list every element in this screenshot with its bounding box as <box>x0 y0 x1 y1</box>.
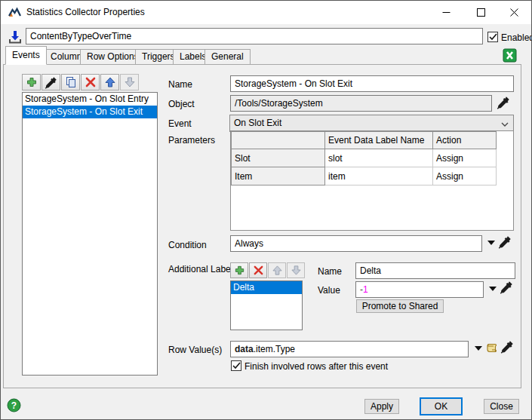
sample-event-button[interactable] <box>42 74 60 90</box>
row-values-input[interactable]: data.item.Type <box>230 341 469 357</box>
object-input[interactable] <box>230 95 492 112</box>
row-values-label: Row Value(s) <box>168 345 222 355</box>
event-label: Event <box>168 118 192 129</box>
title-bar: Statistics Collector Properties <box>1 1 531 24</box>
arrow-down-icon <box>124 76 136 88</box>
cell-slot-label[interactable]: slot <box>325 149 433 167</box>
cell-slot-action[interactable]: Assign <box>433 149 497 167</box>
row-values-code-button[interactable] <box>485 342 498 357</box>
finish-rows-checkbox[interactable] <box>231 360 241 371</box>
flexsim-logo-icon <box>8 7 21 19</box>
value-sampler-button[interactable] <box>500 281 513 296</box>
additional-labels-label: Additional Labels <box>168 264 237 274</box>
row-values-dropdown-button[interactable] <box>475 346 482 351</box>
eyedropper-icon <box>497 96 510 109</box>
row-values-expression: .item.Type <box>254 344 295 354</box>
help-button[interactable]: ? <box>7 398 21 412</box>
additional-labels-listbox[interactable]: Delta <box>230 281 303 330</box>
move-event-up-button[interactable] <box>100 74 119 90</box>
maximize-button[interactable] <box>463 1 498 24</box>
header-cell-event-data-label: Event Data Label Name <box>325 132 433 149</box>
close-button[interactable] <box>497 1 531 24</box>
export-to-excel-button[interactable] <box>501 47 518 63</box>
eyedropper-icon <box>500 281 513 294</box>
arrow-down-icon <box>291 265 302 276</box>
minimize-button[interactable] <box>429 1 463 24</box>
event-name-input[interactable] <box>230 75 514 92</box>
import-name-button[interactable] <box>7 29 23 45</box>
label-name-label: Name <box>318 266 342 277</box>
excel-icon <box>503 48 517 63</box>
code-scroll-icon <box>485 342 498 354</box>
duplicate-event-button[interactable] <box>61 74 80 90</box>
plus-icon <box>26 76 38 88</box>
condition-sampler-button[interactable] <box>498 235 512 251</box>
window-title: Statistics Collector Properties <box>26 1 145 24</box>
condition-dropdown-button[interactable] <box>487 241 495 245</box>
delete-event-button[interactable] <box>81 74 100 90</box>
delete-x-icon <box>85 76 97 88</box>
header-cell-action: Action <box>433 132 497 149</box>
delete-label-button[interactable] <box>249 262 267 278</box>
arrow-up-icon <box>104 76 116 88</box>
event-combobox-value: On Slot Exit <box>234 118 281 128</box>
cell-item-label[interactable]: item <box>325 167 433 185</box>
label-name-input[interactable] <box>355 262 515 279</box>
label-value-input[interactable]: -1 <box>355 281 484 298</box>
event-list-item-selected[interactable]: StorageSystem - On Slot Exit <box>23 106 157 118</box>
ok-button[interactable]: OK <box>420 397 463 415</box>
tab-general[interactable]: General <box>204 49 251 65</box>
row-values-keyword: data <box>235 344 254 354</box>
eyedropper-icon <box>45 76 57 89</box>
plus-icon <box>234 265 245 276</box>
event-combobox[interactable]: On Slot Exit <box>229 115 514 132</box>
row-header-item[interactable]: Item <box>232 167 325 185</box>
condition-label: Condition <box>168 240 207 250</box>
parameters-table: Event Data Label Name Action Slot slot A… <box>230 130 514 231</box>
condition-input[interactable] <box>230 235 482 252</box>
maximize-icon <box>477 8 485 17</box>
apply-button[interactable]: Apply <box>364 399 399 414</box>
move-label-up-button[interactable] <box>268 262 286 278</box>
cell-item-action[interactable]: Assign <box>433 167 497 185</box>
check-icon <box>232 362 241 369</box>
parameters-label: Parameters <box>168 135 215 146</box>
minimize-icon <box>442 8 451 17</box>
object-label: Object <box>168 99 195 109</box>
collector-name-input[interactable] <box>26 28 483 44</box>
row-values-sampler-button[interactable] <box>500 340 514 356</box>
tab-bar: Events Columns Row Options Triggers Labe… <box>5 46 383 65</box>
chevron-down-icon <box>501 122 509 127</box>
enabled-label: Enabled <box>501 32 532 43</box>
add-event-button[interactable] <box>22 74 41 90</box>
finish-rows-label: Finish involved rows after this event <box>244 361 388 372</box>
value-number-literal: 1 <box>363 284 368 295</box>
tab-events[interactable]: Events <box>5 46 47 65</box>
label-value-label: Value <box>318 285 340 296</box>
parameter-row-slot: Slot slot Assign <box>232 149 497 167</box>
events-listbox[interactable]: StorageSystem - On Slot Entry StorageSys… <box>22 92 158 376</box>
parameter-row-item: Item item Assign <box>232 167 497 185</box>
svg-text:?: ? <box>11 400 17 411</box>
enabled-checkbox[interactable] <box>487 32 498 42</box>
delete-x-icon <box>253 265 264 276</box>
import-arrow-icon <box>8 30 22 44</box>
add-label-button[interactable] <box>230 262 248 278</box>
arrow-up-icon <box>272 265 283 276</box>
object-sampler-button[interactable] <box>497 96 510 112</box>
name-label: Name <box>168 79 192 90</box>
row-header-slot[interactable]: Slot <box>232 149 325 167</box>
value-dropdown-button[interactable] <box>489 287 497 291</box>
close-dialog-button[interactable]: Close <box>484 399 519 414</box>
eyedropper-icon <box>498 235 512 249</box>
move-event-down-button[interactable] <box>120 74 139 90</box>
close-icon <box>510 8 518 17</box>
eyedropper-icon <box>500 340 514 354</box>
check-icon <box>489 33 497 41</box>
move-label-down-button[interactable] <box>287 262 305 278</box>
promote-to-shared-button[interactable]: Promote to Shared <box>356 299 444 313</box>
parameters-header-row: Event Data Label Name Action <box>232 132 497 149</box>
event-list-item[interactable]: StorageSystem - On Slot Entry <box>23 93 157 106</box>
copy-icon <box>65 76 77 88</box>
label-list-item-selected[interactable]: Delta <box>231 281 302 294</box>
